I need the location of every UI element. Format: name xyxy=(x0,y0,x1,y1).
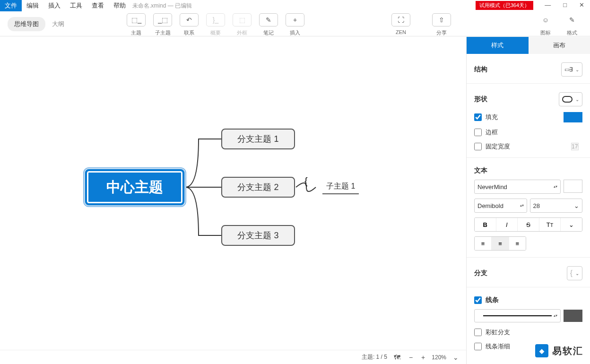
line-checkbox[interactable] xyxy=(474,296,482,304)
menu-edit[interactable]: 编辑 xyxy=(22,0,43,11)
strike-button[interactable]: S xyxy=(518,218,539,231)
tool-summary[interactable]: }⎯ 概要 xyxy=(202,13,229,36)
chevron-down-icon: ⌄ xyxy=(574,202,579,209)
zoom-level: 120% xyxy=(432,354,446,361)
case-button[interactable]: TT xyxy=(539,218,561,231)
tool-subtopic[interactable]: ⎯⬚ 子主题 xyxy=(149,13,176,36)
tool-share[interactable]: ⇧ 分享 xyxy=(428,13,455,36)
label-text: 文本 xyxy=(474,166,582,175)
shape-select[interactable]: ⌄ xyxy=(559,92,582,106)
smiley-icon: ☺ xyxy=(536,13,555,26)
svg-text:{: { xyxy=(304,176,308,186)
branch-style-select[interactable]: {⌄ xyxy=(567,266,582,280)
label-line: 线条 xyxy=(486,296,499,304)
zoom-out-button[interactable]: − xyxy=(407,354,415,361)
stepper-icon: ▴▾ xyxy=(554,185,557,189)
text-more-button[interactable]: ⌄ xyxy=(561,218,582,231)
structure-select[interactable]: ▭∃⌄ xyxy=(561,62,582,77)
trial-badge: 试用模式（已364天） xyxy=(476,1,533,10)
align-group: ≡ ≡ ≡ xyxy=(474,236,526,251)
tool-iconlib[interactable]: ☺ 图标 xyxy=(532,13,559,36)
subtopic-icon: ⎯⬚ xyxy=(153,13,172,26)
label-fill: 填充 xyxy=(486,113,498,121)
label-fixed-width: 固定宽度 xyxy=(486,142,510,151)
align-right-button[interactable]: ≡ xyxy=(509,237,526,250)
branch-topic-3[interactable]: 分支主题 3 xyxy=(221,225,295,246)
insert-icon: + xyxy=(286,13,304,26)
menu-tool[interactable]: 工具 xyxy=(65,0,87,11)
align-center-button[interactable]: ≡ xyxy=(492,237,509,250)
tool-zen[interactable]: ⛶ ZEN xyxy=(388,13,414,36)
rainbow-checkbox[interactable] xyxy=(474,329,482,336)
share-icon: ⇧ xyxy=(432,13,451,26)
format-panel: 样式 画布 结构 ▭∃⌄ 形状 ⌄ 填充 边框 固定宽度 xyxy=(466,37,590,364)
text-style-group: B I S TT ⌄ xyxy=(474,217,582,232)
relation-icon: ↶ xyxy=(180,13,199,26)
bold-button[interactable]: B xyxy=(475,218,496,231)
label-rainbow: 彩虹分支 xyxy=(486,328,510,337)
tool-note[interactable]: ✎ 笔记 xyxy=(255,13,282,36)
tab-mindmap[interactable]: 思维导图 xyxy=(8,17,45,31)
taper-checkbox[interactable] xyxy=(474,343,482,350)
fixed-width-checkbox[interactable] xyxy=(474,143,482,150)
font-weight-select[interactable]: Demibold ▴▾ xyxy=(474,199,527,213)
stepper-icon: ▴▾ xyxy=(554,314,557,318)
zen-icon: ⛶ xyxy=(391,13,410,26)
font-color-swatch[interactable] xyxy=(564,180,582,193)
window-controls: — □ ✕ xyxy=(543,1,586,9)
document-title: 未命名.xmind — 已编辑 xyxy=(132,2,192,10)
line-style-select[interactable]: ▴▾ xyxy=(474,309,561,322)
topic-icon: ⬚⎯ xyxy=(127,13,146,26)
branch-topic-2[interactable]: 分支主题 2 xyxy=(221,177,295,198)
canvas[interactable]: { 中心主题 分支主题 1 分支主题 2 分支主题 3 子主题 1 xyxy=(0,37,466,350)
border-checkbox[interactable] xyxy=(474,129,482,136)
tool-insert[interactable]: + 插入 xyxy=(282,13,308,36)
boundary-icon: ⬚ xyxy=(233,13,252,26)
fixed-width-input xyxy=(571,143,579,150)
central-topic[interactable]: 中心主题 xyxy=(85,169,184,205)
tab-outline[interactable]: 大纲 xyxy=(45,17,71,31)
align-left-button[interactable]: ≡ xyxy=(475,237,492,250)
chevron-down-icon: ⌄ xyxy=(575,67,579,72)
menu-insert[interactable]: 插入 xyxy=(43,0,65,11)
font-size-select[interactable]: 28 ⌄ xyxy=(530,199,583,213)
menu-help[interactable]: 帮助 xyxy=(109,0,130,11)
stepper-icon: ▴▾ xyxy=(520,204,524,208)
label-taper: 线条渐细 xyxy=(486,342,510,351)
chevron-down-icon: ⌄ xyxy=(575,97,579,102)
status-bar: 主题: 1 / 5 🗺 − + 120% ⌄ xyxy=(0,350,466,364)
minimize-icon[interactable]: — xyxy=(543,1,553,9)
format-icon: ✎ xyxy=(563,13,581,26)
fill-checkbox[interactable] xyxy=(474,113,482,121)
sub-topic-1[interactable]: 子主题 1 xyxy=(322,180,359,194)
label-structure: 结构 xyxy=(474,65,487,74)
panel-tab-canvas[interactable]: 画布 xyxy=(529,37,590,54)
italic-button[interactable]: I xyxy=(496,218,518,231)
maximize-icon[interactable]: □ xyxy=(561,1,569,9)
tool-topic[interactable]: ⬚⎯ 主题 xyxy=(123,13,149,36)
font-family-select[interactable]: NeverMind ▴▾ xyxy=(474,180,561,194)
note-icon: ✎ xyxy=(259,13,278,26)
zoom-in-button[interactable]: + xyxy=(419,354,427,361)
close-icon[interactable]: ✕ xyxy=(577,1,586,9)
menu-view[interactable]: 查看 xyxy=(87,0,109,11)
chevron-down-icon: ⌄ xyxy=(575,271,579,276)
structure-icon: ▭∃ xyxy=(564,66,573,73)
branch-topic-1[interactable]: 分支主题 1 xyxy=(221,129,295,149)
watermark: ◆ 易软汇 xyxy=(535,344,583,357)
panel-tab-style[interactable]: 样式 xyxy=(467,37,529,54)
line-color-swatch[interactable] xyxy=(564,310,582,322)
topic-count: 主题: 1 / 5 xyxy=(362,353,387,361)
label-branch: 分支 xyxy=(474,269,487,277)
tool-format[interactable]: ✎ 格式 xyxy=(559,13,585,36)
summary-icon: }⎯ xyxy=(206,13,225,26)
tool-relation[interactable]: ↶ 联系 xyxy=(176,13,202,36)
menu-file[interactable]: 文件 xyxy=(0,0,22,11)
map-icon[interactable]: 🗺 xyxy=(392,354,402,361)
tool-boundary[interactable]: ⬚ 外框 xyxy=(229,13,255,36)
watermark-icon: ◆ xyxy=(535,344,548,357)
fill-color-swatch[interactable] xyxy=(564,112,582,122)
watermark-text: 易软汇 xyxy=(552,345,583,357)
zoom-dropdown[interactable]: ⌄ xyxy=(451,354,460,361)
label-shape: 形状 xyxy=(474,95,487,104)
